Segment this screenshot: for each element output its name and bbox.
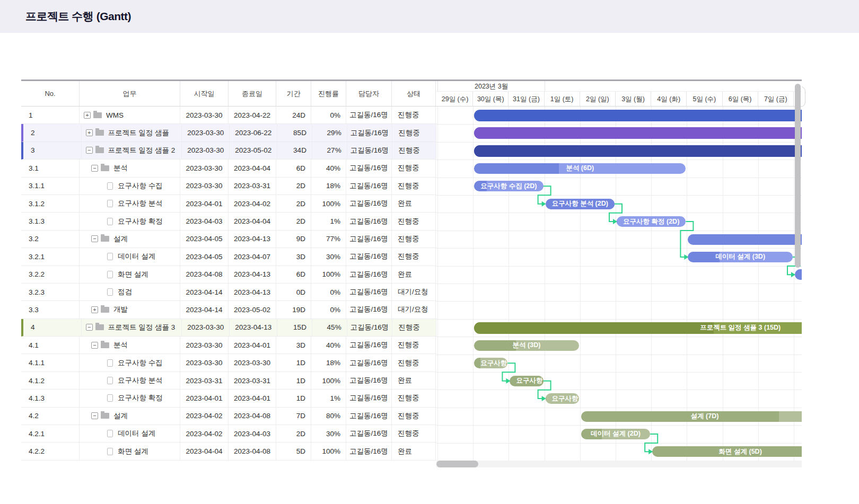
- file-icon: [107, 200, 113, 207]
- horizontal-scrollbar-thumb[interactable]: [436, 461, 478, 467]
- cell-end-date: 2023-04-01: [229, 337, 276, 353]
- cell-progress: 0%: [311, 107, 346, 123]
- day-header-cell: 31일 (금): [509, 92, 544, 107]
- table-row[interactable]: 3.1.2요구사항 분석2023-04-012023-04-022D100%고길…: [21, 195, 436, 213]
- cell-start-date: 2023-04-01: [180, 390, 229, 406]
- cell-task: 화면 설계: [80, 266, 180, 283]
- cell-no: 4.1.1: [21, 354, 80, 371]
- cell-assignee: 고길동/16명: [346, 337, 392, 353]
- cell-progress: 100%: [311, 443, 346, 459]
- cell-duration: 15D: [277, 319, 312, 336]
- table-row[interactable]: 4.1.1요구사항 수집2023-03-302023-03-301D18%고길동…: [21, 354, 436, 372]
- cell-task: −프로젝트 일정 샘플 3: [82, 319, 182, 336]
- cell-task: 데이터 설계: [80, 425, 180, 442]
- table-row[interactable]: 4.1.3요구사항 확정2023-04-012023-04-011D1%고길동/…: [21, 390, 436, 407]
- cell-start-date: 2023-03-30: [180, 160, 229, 176]
- cell-progress: 27%: [312, 142, 347, 159]
- cell-status: 진행중: [392, 390, 436, 406]
- task-name: 설계: [113, 234, 128, 244]
- table-row[interactable]: 3.2.2화면 설계2023-04-082023-04-136D100%고길동/…: [21, 266, 436, 284]
- cell-status: 진행중: [392, 337, 436, 353]
- cell-assignee: 고길동/16명: [346, 213, 392, 229]
- cell-end-date: 2023-04-13: [229, 284, 276, 300]
- table-row[interactable]: 3.2−설계2023-04-052023-04-139D77%고길동/16명진행…: [21, 231, 436, 248]
- collapse-icon[interactable]: −: [86, 147, 93, 154]
- cell-assignee: 고길동/16명: [347, 124, 393, 141]
- horizontal-scrollbar-track[interactable]: [436, 461, 802, 467]
- cell-duration: 0D: [276, 284, 311, 300]
- cell-assignee: 고길동/16명: [346, 178, 392, 194]
- vertical-scrollbar[interactable]: [795, 84, 801, 268]
- cell-task: −분석: [80, 160, 180, 176]
- cell-no: 3.2.1: [21, 248, 80, 265]
- cell-assignee: 고길동/16명: [346, 372, 392, 389]
- expand-icon[interactable]: +: [91, 306, 98, 313]
- cell-assignee: 고길동/16명: [346, 425, 392, 442]
- table-row[interactable]: 4.1−분석2023-03-302023-04-013D40%고길동/16명진행…: [21, 337, 436, 354]
- table-row[interactable]: 1+WMS2023-03-302023-04-2224D0%고길동/16명진행중: [21, 107, 436, 124]
- cell-duration: 6D: [276, 266, 311, 283]
- cell-start-date: 2023-04-03: [180, 213, 229, 229]
- collapse-icon[interactable]: −: [91, 235, 98, 242]
- table-row[interactable]: 3.1−분석2023-03-302023-04-046D40%고길동/16명진행…: [21, 160, 436, 177]
- task-name: WMS: [106, 111, 124, 119]
- expand-icon[interactable]: +: [84, 112, 91, 119]
- cell-start-date: 2023-04-14: [180, 284, 229, 300]
- collapse-icon[interactable]: −: [91, 165, 98, 172]
- table-row[interactable]: 3.1.1요구사항 수집2023-03-302023-03-312D18%고길동…: [21, 178, 436, 195]
- folder-icon: [93, 112, 102, 118]
- table-row[interactable]: 3−프로젝트 일정 샘플 22023-03-302023-05-0234D27%…: [21, 142, 436, 160]
- dependency-arrow-icon: [506, 378, 510, 384]
- cell-progress: 1%: [311, 213, 346, 229]
- cell-end-date: 2023-04-02: [229, 195, 276, 212]
- cell-progress: 80%: [311, 408, 346, 425]
- cell-assignee: 고길동/16명: [346, 195, 392, 212]
- table-row[interactable]: 4.1.2요구사항 분석2023-03-312023-03-311D100%고길…: [21, 372, 436, 390]
- file-icon: [107, 288, 113, 296]
- collapse-icon[interactable]: −: [91, 342, 98, 349]
- cell-assignee: 고길동/16명: [346, 160, 392, 176]
- cell-task: 요구사항 분석: [80, 372, 180, 389]
- month-divider: [437, 81, 438, 92]
- cell-assignee: 고길동/16명: [346, 301, 392, 318]
- cell-assignee: 고길동/16명: [346, 443, 392, 459]
- file-icon: [107, 359, 113, 367]
- folder-icon: [101, 165, 109, 171]
- cell-end-date: 2023-04-07: [229, 248, 276, 265]
- cell-progress: 100%: [311, 195, 346, 212]
- cell-status: 진행중: [392, 107, 436, 123]
- cell-status: 진행중: [392, 124, 436, 141]
- cell-end-date: 2023-04-04: [229, 160, 276, 176]
- cell-start-date: 2023-03-31: [180, 372, 229, 389]
- cell-status: 진행중: [392, 231, 436, 247]
- cell-duration: 3D: [276, 337, 311, 353]
- table-row[interactable]: 4.2.1데이터 설계2023-04-022023-04-032D30%고길동/…: [21, 425, 436, 443]
- cell-no: 3: [23, 142, 82, 159]
- cell-end-date: 2023-04-13: [229, 266, 276, 283]
- task-name: 프로젝트 일정 샘플 3: [108, 323, 176, 332]
- cell-assignee: 고길동/16명: [346, 408, 392, 425]
- table-row[interactable]: 3.2.3점검2023-04-142023-04-130D0%고길동/16명대기…: [21, 284, 436, 301]
- cell-end-date: 2023-04-22: [229, 107, 276, 123]
- cell-progress: 18%: [311, 354, 346, 371]
- toolbar: 일간월간연간오늘 진행 중 업무보기 프로젝트 수정: [0, 33, 859, 79]
- table-row[interactable]: 3.3+개발2023-04-142023-05-0219D0%고길동/16명대기…: [21, 301, 436, 319]
- table-row[interactable]: 2+프로젝트 일정 샘플2023-03-302023-06-2285D29%고길…: [21, 124, 436, 142]
- collapse-icon[interactable]: −: [91, 412, 98, 419]
- table-row[interactable]: 4.2−설계2023-04-022023-04-087D80%고길동/16명진행…: [21, 408, 436, 425]
- dependency-line: [680, 222, 693, 257]
- expand-icon[interactable]: +: [86, 129, 93, 136]
- table-row[interactable]: 4−프로젝트 일정 샘플 32023-03-302023-04-1315D45%…: [21, 319, 436, 337]
- dependency-connectors: [436, 107, 802, 461]
- title-bar: 프로젝트 수행 (Gantt): [0, 0, 859, 33]
- cell-duration: 9D: [276, 231, 311, 247]
- task-name: 요구사항 수집: [118, 181, 163, 191]
- table-row[interactable]: 4.2.2화면 설계2023-04-042023-04-085D100%고길동/…: [21, 443, 436, 460]
- dependency-arrow-icon: [542, 396, 546, 401]
- table-row[interactable]: 3.1.3요구사항 확정2023-04-032023-04-042D1%고길동/…: [21, 213, 436, 230]
- collapse-icon[interactable]: −: [86, 324, 93, 331]
- table-header-row: No.업무시작일종료일기간진행률담당자상태: [21, 81, 436, 107]
- file-icon: [107, 430, 113, 437]
- cell-status: 완료: [392, 372, 436, 389]
- table-row[interactable]: 3.2.1데이터 설계2023-04-052023-04-073D30%고길동/…: [21, 248, 436, 266]
